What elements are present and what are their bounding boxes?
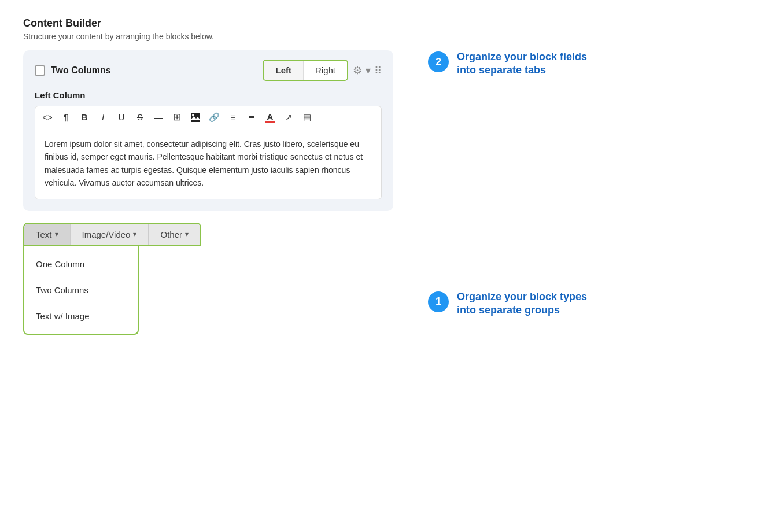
block-type-tabs: Text ▾ Image/Video ▾ Other ▾ [23,223,201,246]
callout-badge-1: 1 [428,291,449,312]
other-chevron-icon: ▾ [185,230,189,238]
code-icon[interactable]: <> [42,112,53,122]
drag-handle-icon[interactable]: ⠿ [374,64,382,77]
font-color-icon[interactable]: A [265,112,275,123]
svg-rect-0 [191,113,200,122]
align-icon[interactable]: ≣ [246,112,257,123]
horizontal-rule-icon[interactable]: — [153,112,164,122]
panel-title-row: Two Columns [35,65,111,76]
page-title: Content Builder [23,17,752,29]
paragraph-icon[interactable]: ¶ [61,112,71,122]
list-icon[interactable]: ≡ [228,112,238,122]
tab-group: Left Right [263,60,348,81]
strikethrough-icon[interactable]: S [135,112,145,122]
italic-icon[interactable]: I [98,112,108,122]
callout-1: 1 Organize your block typesinto separate… [428,290,752,317]
dropdown-item-one-column[interactable]: One Column [24,251,138,277]
callout-2: 2 Organize your block fieldsinto separat… [428,50,752,77]
chevron-down-icon[interactable]: ▾ [366,64,371,77]
callout-text-2: Organize your block fieldsinto separate … [457,50,587,77]
type-tab-image-video[interactable]: Image/Video ▾ [71,224,149,245]
bold-icon[interactable]: B [79,112,90,122]
builder-panel: Two Columns Left Right ⚙ ▾ ⠿ [23,50,393,211]
panel-controls: ⚙ ▾ ⠿ [353,64,382,77]
type-tab-text[interactable]: Text ▾ [24,224,71,245]
dropdown-item-two-columns[interactable]: Two Columns [24,277,138,303]
editor-toolbar: <> ¶ B I U S — ⊞ [35,106,381,128]
expand-icon[interactable]: ↗ [283,112,294,123]
gear-icon[interactable]: ⚙ [353,64,362,77]
dropdown-menu: One Column Two Columns Text w/ Image [23,246,139,335]
callout-badge-2: 2 [428,51,449,72]
svg-point-2 [192,114,194,116]
table-icon[interactable]: ⊞ [172,111,182,123]
underline-icon[interactable]: U [116,112,127,122]
image-icon[interactable] [190,112,201,123]
content-column: Two Columns Left Right ⚙ ▾ ⠿ [23,50,393,335]
page-subtitle: Structure your content by arranging the … [23,32,752,41]
tab-right[interactable]: Right [303,61,347,80]
block-name: Two Columns [51,65,111,76]
text-chevron-icon: ▾ [55,230,58,238]
block-checkbox[interactable] [35,65,45,76]
full-layout: Two Columns Left Right ⚙ ▾ ⠿ [23,50,752,335]
editor-container: <> ¶ B I U S — ⊞ [35,106,382,200]
editor-content[interactable]: Lorem ipsum dolor sit amet, consectetur … [35,128,381,199]
annotation-column: 2 Organize your block fieldsinto separat… [428,50,752,335]
link-icon[interactable]: 🔗 [209,112,220,123]
dropdown-item-text-with-image[interactable]: Text w/ Image [24,303,138,329]
panel-header: Two Columns Left Right ⚙ ▾ ⠿ [35,60,382,81]
section-label: Left Column [35,90,382,100]
callout-text-1: Organize your block typesinto separate g… [457,290,587,317]
tab-area: Left Right ⚙ ▾ ⠿ [263,60,382,81]
more-icon[interactable]: ▤ [302,112,312,123]
page-header: Content Builder Structure your content b… [23,17,752,41]
tab-left[interactable]: Left [264,61,303,80]
type-tab-other[interactable]: Other ▾ [149,224,200,245]
block-type-wrapper: Text ▾ Image/Video ▾ Other ▾ One Column … [23,223,393,335]
image-video-chevron-icon: ▾ [133,230,136,238]
page-wrapper: Content Builder Structure your content b… [23,17,752,335]
